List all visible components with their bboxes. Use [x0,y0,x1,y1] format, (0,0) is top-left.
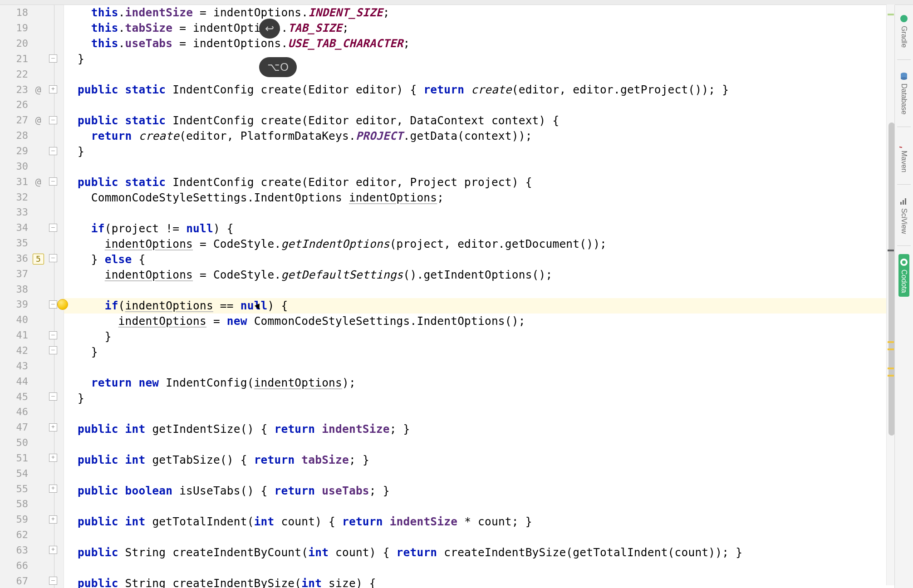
scrollbar-thumb[interactable] [888,122,895,436]
gutter-row[interactable]: 41– [0,328,64,343]
gutter-row[interactable]: 36–5 [0,251,64,266]
code-line[interactable]: if(project != null) { [64,221,894,236]
gutter-row[interactable]: 26 [0,97,64,113]
gutter-row[interactable]: 59+ [0,512,64,527]
code-line[interactable]: return create(editor, PlatformDataKeys.P… [64,128,894,144]
scroll-marker[interactable] [888,348,894,350]
code-line[interactable] [64,406,894,421]
scroll-marker[interactable] [888,14,894,15]
gutter-row[interactable]: 19 [0,20,64,36]
fold-toggle-icon[interactable]: – [49,300,57,309]
code-line[interactable] [64,67,894,82]
code-line[interactable]: public String createIndentByCount(int co… [64,545,894,560]
code-line[interactable] [64,468,894,483]
code-line[interactable]: indentOptions = new CommonCodeStyleSetti… [64,314,894,329]
gutter-row[interactable]: 58 [0,496,64,512]
fold-toggle-icon[interactable]: – [49,346,57,354]
tool-window-codota[interactable]: Codota [898,254,909,297]
inspection-badge[interactable]: 5 [33,254,44,265]
code-line[interactable]: indentOptions = CodeStyle.getIndentOptio… [64,236,894,252]
fold-toggle-icon[interactable]: – [49,177,57,186]
gutter-row[interactable]: 62 [0,527,64,543]
code-line[interactable]: this.tabSize = indentOptions.TAB_SIZE; [64,20,894,36]
code-line[interactable] [64,499,894,514]
code-line[interactable]: return new IndentConfig(indentOptions); [64,375,894,391]
gutter-row[interactable]: 44 [0,373,64,389]
gutter-row[interactable]: 32 [0,189,64,205]
fold-toggle-icon[interactable]: + [49,423,57,431]
code-line[interactable]: public int getIndentSize() { return inde… [64,421,894,437]
scroll-marker[interactable] [888,368,894,369]
code-line[interactable]: public String createIndentBySize(int siz… [64,576,894,588]
code-line[interactable] [64,529,894,545]
gutter-row[interactable]: 47+ [0,420,64,435]
tool-window-gradle[interactable]: Gradle [899,10,908,51]
scroll-marker[interactable] [888,250,894,251]
code-line[interactable]: } [64,144,894,159]
scroll-marker[interactable] [888,375,894,377]
gutter-row[interactable]: 38 [0,281,64,297]
fold-toggle-icon[interactable]: + [49,454,57,462]
gutter-row[interactable]: 29– [0,143,64,159]
scroll-marker[interactable] [888,341,894,343]
code-line[interactable]: public static IndentConfig create(Editor… [64,82,894,98]
code-line[interactable] [64,560,894,576]
gutter-row[interactable]: 46 [0,404,64,420]
gutter-row[interactable]: 54 [0,466,64,481]
code-line-current[interactable]: if(indentOptions == null) { [64,298,894,314]
gutter-row[interactable]: 43 [0,358,64,373]
gutter-row[interactable]: 40 [0,312,64,328]
code-line[interactable]: } [64,329,894,344]
gutter-row[interactable]: 31@– [0,174,64,189]
code-line[interactable] [64,206,894,221]
code-line[interactable] [64,98,894,113]
tool-window-maven[interactable]: m Maven [899,135,908,176]
code-line[interactable]: } else { [64,252,894,267]
editor-scrollbar[interactable] [886,5,895,585]
fold-toggle-icon[interactable]: + [49,515,57,524]
code-line[interactable]: this.useTabs = indentOptions.USE_TAB_CHA… [64,36,894,51]
code-line[interactable]: public boolean isUseTabs() { return useT… [64,483,894,499]
code-line[interactable]: this.indentSize = indentOptions.INDENT_S… [64,5,894,20]
fold-toggle-icon[interactable]: – [49,392,57,401]
gutter-row[interactable]: 45– [0,389,64,404]
tool-window-database[interactable]: Database [899,68,908,118]
fold-toggle-icon[interactable]: – [49,224,57,232]
code-line[interactable]: public int getTabSize() { return tabSize… [64,452,894,468]
code-line[interactable]: } [64,51,894,67]
gutter-row[interactable]: 21– [0,51,64,67]
fold-toggle-icon[interactable]: – [49,331,57,339]
fold-toggle-icon[interactable]: + [49,485,57,493]
gutter-row[interactable]: 33 [0,205,64,220]
code-line[interactable]: public int getTotalIndent(int count) { r… [64,514,894,529]
code-line[interactable] [64,283,894,298]
gutter-row[interactable]: 63+ [0,543,64,558]
fold-toggle-icon[interactable]: – [49,147,57,155]
fold-toggle-icon[interactable]: – [49,54,57,63]
gutter-row[interactable]: 50 [0,435,64,451]
gutter-row[interactable]: 34– [0,220,64,235]
code-line[interactable]: indentOptions = CodeStyle.getDefaultSett… [64,267,894,283]
gutter-row[interactable]: 42– [0,343,64,358]
gutter-row[interactable]: 35 [0,235,64,251]
code-line[interactable]: public static IndentConfig create(Editor… [64,175,894,190]
gutter-row[interactable]: 30 [0,158,64,174]
gutter-row[interactable]: 28 [0,128,64,143]
code-line[interactable]: public static IndentConfig create(Editor… [64,113,894,128]
gutter-row[interactable]: 22 [0,66,64,82]
intention-bulb-icon[interactable] [57,299,68,310]
code-line[interactable]: } [64,391,894,406]
fold-toggle-icon[interactable]: + [49,85,57,93]
fold-toggle-icon[interactable]: – [49,577,57,585]
gutter-row[interactable]: 55+ [0,481,64,496]
fold-toggle-icon[interactable]: – [49,116,57,124]
code-line[interactable]: } [64,344,894,360]
gutter-row[interactable]: 39– [0,297,64,312]
code-line[interactable]: CommonCodeStyleSettings.IndentOptions in… [64,190,894,206]
gutter-row[interactable]: 18 [0,5,64,20]
gutter-row[interactable]: 67– [0,573,64,588]
tool-window-sciview[interactable]: SciView [899,193,908,238]
code-line[interactable] [64,159,894,175]
fold-toggle-icon[interactable]: + [49,546,57,554]
gutter-row[interactable]: 27@– [0,113,64,128]
